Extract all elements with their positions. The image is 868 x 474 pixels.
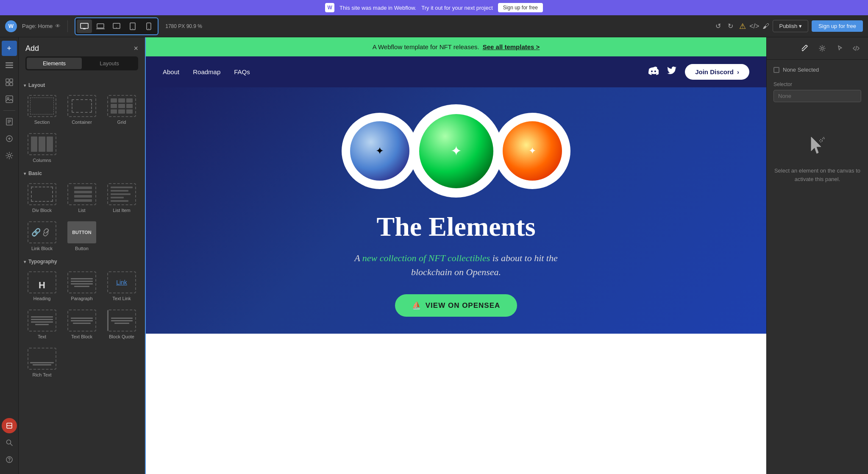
textlink-icon: Link	[107, 271, 136, 293]
join-discord-button[interactable]: Join Discord ›	[685, 64, 749, 80]
orb-orange: ✦	[494, 113, 570, 189]
element-linkblock[interactable]: Link Block	[24, 219, 60, 254]
element-grid[interactable]: Grid	[103, 92, 140, 127]
section-typography-header: ▾ Typography	[24, 259, 140, 265]
promo-cta-text: Try it out for your next project	[421, 5, 493, 11]
tab-layouts[interactable]: Layouts	[82, 58, 137, 69]
element-button[interactable]: BUTTON Button	[64, 219, 100, 254]
viewport-tablet-h-button[interactable]	[109, 20, 124, 33]
blockquote-icon	[107, 309, 136, 332]
hero-subtitle: A new collection of NFT collectibles is …	[350, 251, 562, 279]
viewport-selector	[75, 17, 159, 35]
promo-signup-button[interactable]: Sign up for free	[498, 3, 543, 12]
svg-point-6	[116, 27, 117, 28]
textlink-label: Text Link	[112, 296, 131, 301]
svg-point-32	[821, 47, 823, 50]
element-paragraph[interactable]: Paragraph	[64, 269, 100, 304]
sidebar-nav-button[interactable]	[2, 58, 17, 73]
svg-rect-16	[6, 83, 9, 86]
add-panel-title: Add	[25, 44, 39, 53]
hero-orbs: ✦ ✦ ✦	[342, 104, 570, 198]
style-tool-button[interactable]	[798, 42, 812, 55]
text-label: Text	[38, 334, 46, 339]
left-sidebar-icons: +	[0, 37, 19, 474]
linkblock-label: Link Block	[31, 246, 53, 251]
nav-faqs[interactable]: FAQs	[234, 68, 250, 75]
sidebar-pages-button[interactable]	[2, 114, 17, 129]
element-text[interactable]: Text	[24, 307, 60, 342]
section-icon	[28, 95, 56, 117]
basic-elements-grid: Div Block List	[24, 181, 140, 254]
viewport-desktop-button[interactable]	[77, 20, 92, 33]
element-textlink[interactable]: Link Text Link	[103, 269, 140, 304]
element-listitem[interactable]: List Item	[103, 181, 140, 215]
discord-social-icon[interactable]	[648, 67, 659, 77]
settings-tool-button[interactable]	[815, 42, 829, 55]
icon-separator	[3, 110, 15, 111]
panel-content: ▾ Layout Section Container	[19, 75, 145, 474]
svg-rect-0	[81, 23, 88, 28]
basic-caret-icon[interactable]: ▾	[24, 171, 26, 176]
nav-about[interactable]: About	[163, 68, 179, 75]
svg-rect-13	[6, 67, 13, 68]
viewport-mobile-button[interactable]	[141, 20, 156, 33]
custom-code-tool-button[interactable]	[849, 42, 863, 55]
nav-roadmap[interactable]: Roadmap	[193, 68, 220, 75]
search-button[interactable]	[2, 435, 17, 450]
svg-rect-3	[97, 24, 104, 28]
sidebar-add-button[interactable]: +	[2, 41, 17, 56]
element-richtext[interactable]: Rich Text	[24, 345, 60, 380]
breakpoint-button[interactable]	[2, 418, 17, 433]
code-icon[interactable]: </>	[749, 22, 759, 30]
element-section[interactable]: Section	[24, 92, 60, 127]
element-blockquote[interactable]: Block Quote	[103, 307, 140, 342]
sidebar-components-button[interactable]	[2, 75, 17, 90]
list-label: List	[78, 208, 85, 213]
section-layout-header: ▾ Layout	[24, 82, 140, 88]
redo-button[interactable]: ↻	[725, 20, 736, 32]
richtext-icon	[28, 348, 56, 370]
see-all-link[interactable]: See all templates >	[483, 43, 540, 50]
interact-tool-button[interactable]	[832, 42, 846, 55]
selector-input[interactable]	[773, 90, 861, 102]
undo-button[interactable]: ↺	[713, 20, 723, 32]
publish-button[interactable]: Publish ▾	[773, 20, 808, 32]
help-button[interactable]	[2, 452, 17, 467]
svg-point-10	[148, 28, 149, 29]
linkblock-icon	[28, 221, 56, 243]
eye-icon[interactable]: 👁	[55, 23, 61, 29]
viewport-laptop-button[interactable]	[93, 20, 108, 33]
grid-label: Grid	[117, 120, 126, 125]
sidebar-settings-button[interactable]	[2, 148, 17, 163]
element-columns[interactable]: Columns	[24, 131, 60, 165]
element-container[interactable]: Container	[64, 92, 100, 127]
canvas-inner[interactable]: A Webflow template for NFT releases. See…	[146, 37, 766, 474]
banner-text: A Webflow template for NFT releases.	[373, 43, 479, 50]
svg-point-25	[8, 154, 11, 157]
element-divblock[interactable]: Div Block	[24, 181, 60, 215]
svg-point-33	[820, 139, 822, 142]
svg-point-31	[9, 461, 10, 462]
element-list[interactable]: List	[64, 181, 100, 215]
sidebar-logic-button[interactable]	[2, 131, 17, 146]
orb-blue: ✦	[342, 113, 418, 189]
list-icon	[67, 183, 96, 205]
panel-tabs: Elements Layouts	[25, 56, 138, 70]
viewport-tablet-v-button[interactable]	[125, 20, 140, 33]
close-panel-button[interactable]: ×	[134, 44, 138, 53]
brush-icon[interactable]: 🖌	[762, 22, 769, 30]
tab-elements[interactable]: Elements	[27, 58, 82, 69]
svg-point-34	[823, 137, 824, 139]
typography-caret-icon[interactable]: ▾	[24, 259, 26, 264]
element-textblock[interactable]: Text Block	[64, 307, 100, 342]
container-label: Container	[72, 120, 92, 125]
hero-cta-button[interactable]: ⛵ VIEW ON OPENSEA	[395, 294, 517, 317]
element-heading[interactable]: H Heading	[24, 269, 60, 304]
warning-icon[interactable]: ⚠	[739, 22, 746, 31]
sidebar-assets-button[interactable]	[2, 92, 17, 107]
layout-caret-icon[interactable]: ▾	[24, 83, 26, 88]
toolbar-right: ↺ ↻ ⚠ </> 🖌 Publish ▾ Sign up for free	[713, 20, 863, 32]
twitter-social-icon[interactable]	[667, 67, 676, 77]
toolbar-signup-button[interactable]: Sign up for free	[812, 20, 863, 32]
hero-section: ✦ ✦ ✦ T	[146, 87, 766, 334]
